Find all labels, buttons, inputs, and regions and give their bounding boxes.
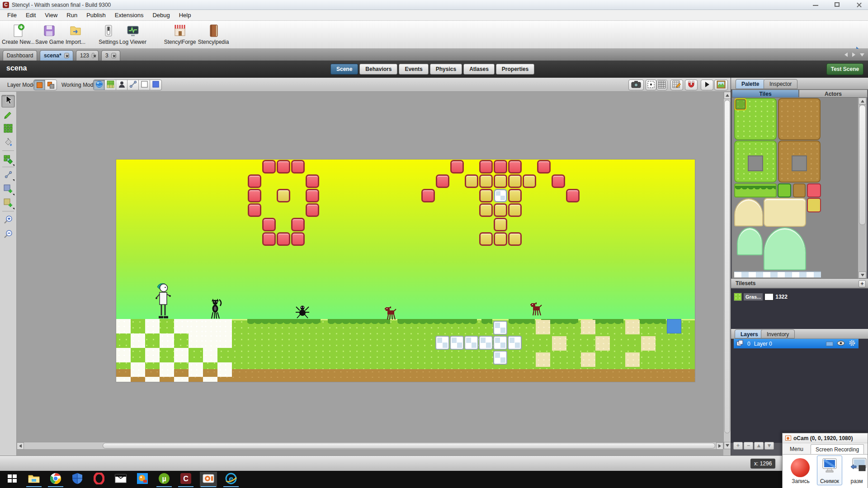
- maximize-button[interactable]: [833, 1, 843, 9]
- cream-tile[interactable]: [552, 336, 566, 351]
- taskbar-explorer-button[interactable]: [25, 472, 42, 487]
- pink-block[interactable]: [277, 232, 290, 246]
- subtab-tiles[interactable]: Tiles: [732, 89, 799, 98]
- scroll-down-button[interactable]: [724, 442, 731, 449]
- tab-scena[interactable]: scena*: [40, 50, 73, 61]
- scene-section-behaviors[interactable]: Behaviors: [359, 64, 397, 75]
- taskbar-defender-button[interactable]: [69, 472, 86, 487]
- checker-tile[interactable]: [131, 333, 145, 348]
- palette-scroll-up[interactable]: [859, 98, 866, 104]
- vertical-scrollbar[interactable]: [723, 92, 731, 449]
- subtab-actors[interactable]: Actors: [799, 89, 868, 98]
- cat-actor[interactable]: [209, 298, 222, 321]
- cream-tile[interactable]: [625, 352, 640, 367]
- cream-tile[interactable]: [625, 320, 640, 334]
- cream-tile[interactable]: [641, 336, 656, 351]
- tab-scroll-left-icon[interactable]: [844, 52, 848, 57]
- test-scene-button[interactable]: Test Scene: [826, 63, 863, 75]
- tab-3[interactable]: 3: [101, 50, 120, 61]
- menu-edit[interactable]: Edit: [21, 10, 40, 20]
- ice-tile[interactable]: [493, 351, 507, 365]
- fill-tool[interactable]: [1, 137, 15, 150]
- working-mode-actor-button[interactable]: [116, 80, 127, 90]
- checker-tile[interactable]: [203, 377, 217, 382]
- tile-palette[interactable]: [732, 98, 858, 278]
- tab-close-icon[interactable]: [111, 53, 116, 58]
- close-button[interactable]: [854, 1, 864, 9]
- layer-opacity-chip[interactable]: [826, 342, 833, 346]
- taskbar-mail-button[interactable]: [112, 472, 129, 487]
- pencil-tool[interactable]: [1, 109, 15, 122]
- taskbar-game-button[interactable]: [134, 472, 151, 487]
- pink-block[interactable]: [537, 160, 551, 174]
- scene-section-properties[interactable]: Properties: [496, 64, 534, 75]
- checker-tile[interactable]: [189, 333, 203, 348]
- add-layer-button[interactable]: +: [733, 442, 743, 450]
- toolbar-save-game-button[interactable]: Save Game: [35, 22, 63, 48]
- working-mode-tilemap-button[interactable]: [105, 80, 116, 90]
- scene-section-atlases[interactable]: Atlases: [463, 64, 495, 75]
- yellow-block[interactable]: [508, 203, 522, 217]
- ice-tile[interactable]: [435, 336, 449, 350]
- play-button[interactable]: [701, 80, 713, 90]
- toolbar-import-button[interactable]: Import...: [63, 22, 88, 48]
- pink-block[interactable]: [479, 160, 493, 174]
- pink-block[interactable]: [248, 174, 261, 188]
- tileset-color-swatch[interactable]: [764, 293, 774, 300]
- palette-tile-mint-dome-big[interactable]: [764, 227, 806, 270]
- pink-block[interactable]: [262, 160, 276, 174]
- yellow-block[interactable]: [523, 174, 536, 188]
- pink-block[interactable]: [262, 218, 276, 231]
- layers-tab-inventory[interactable]: Inventory: [761, 329, 795, 338]
- menu-help[interactable]: Help: [175, 10, 196, 20]
- toolbar-stencylpedia-button[interactable]: Stencylpedia: [197, 22, 230, 48]
- canvas-area[interactable]: [17, 92, 723, 455]
- layer-row[interactable]: 0Layer 0: [734, 339, 859, 348]
- vscroll-thumb[interactable]: [724, 100, 730, 433]
- frame-button[interactable]: [646, 80, 656, 90]
- checker-tile[interactable]: [203, 348, 217, 362]
- tab-close-icon[interactable]: [92, 53, 94, 58]
- scroll-right-button[interactable]: [716, 442, 723, 450]
- checker-tile[interactable]: [145, 377, 160, 382]
- palette-tile-yellow-small[interactable]: [807, 198, 821, 212]
- region-tool[interactable]: [1, 183, 15, 196]
- yellow-block[interactable]: [494, 218, 507, 231]
- checker-tile[interactable]: [116, 319, 131, 333]
- spider-actor[interactable]: [295, 303, 310, 321]
- magnet-button[interactable]: [685, 80, 698, 90]
- dog-actor[interactable]: [385, 306, 396, 322]
- working-mode-globe-button[interactable]: [94, 80, 105, 90]
- checker-tile[interactable]: [174, 319, 189, 333]
- menu-file[interactable]: File: [3, 10, 21, 20]
- joint-tool[interactable]: [1, 169, 15, 182]
- ice-tile[interactable]: [479, 336, 493, 350]
- layer-visibility-icon[interactable]: [837, 341, 845, 347]
- toolbar-settings-button[interactable]: Settings: [98, 22, 119, 48]
- yellow-block[interactable]: [479, 203, 493, 217]
- move-layer-down-button[interactable]: ▼: [764, 442, 774, 450]
- palette-tile-ice-strip[interactable]: [734, 271, 821, 277]
- palette-tile-red-small[interactable]: [807, 183, 821, 197]
- checker-tile[interactable]: [116, 348, 131, 362]
- yellow-block[interactable]: [479, 189, 493, 202]
- ice-block[interactable]: [494, 189, 507, 202]
- layer-mode-single-button[interactable]: [34, 80, 45, 90]
- palette-tile-brown-big[interactable]: [778, 98, 821, 140]
- yellow-block[interactable]: [508, 174, 522, 188]
- zoom-out-tool[interactable]: [1, 229, 15, 241]
- checker-tile[interactable]: [160, 333, 174, 348]
- pink-block[interactable]: [291, 218, 305, 231]
- camera-button[interactable]: [628, 80, 644, 90]
- taskbar-ocam-button[interactable]: [200, 472, 217, 487]
- checker-tile[interactable]: [217, 333, 232, 348]
- toolbar-create-new-button[interactable]: Create New...: [2, 22, 34, 48]
- scene-section-scene[interactable]: Scene: [330, 64, 358, 75]
- taskbar-stencyl-button[interactable]: C: [177, 472, 194, 487]
- toolbar-log-viewer-button[interactable]: Log Viewer: [119, 22, 146, 48]
- toolbar-stencylforge-button[interactable]: StencylForge: [164, 22, 196, 48]
- checker-tile[interactable]: [189, 362, 203, 377]
- ocam-window[interactable]: oCam (0, 0, 1920, 1080) ЗаписьСнимокразм…: [782, 433, 868, 488]
- palette-tile-cream-rect[interactable]: [764, 198, 806, 227]
- panel-tab-inspector[interactable]: Inspector: [764, 79, 797, 89]
